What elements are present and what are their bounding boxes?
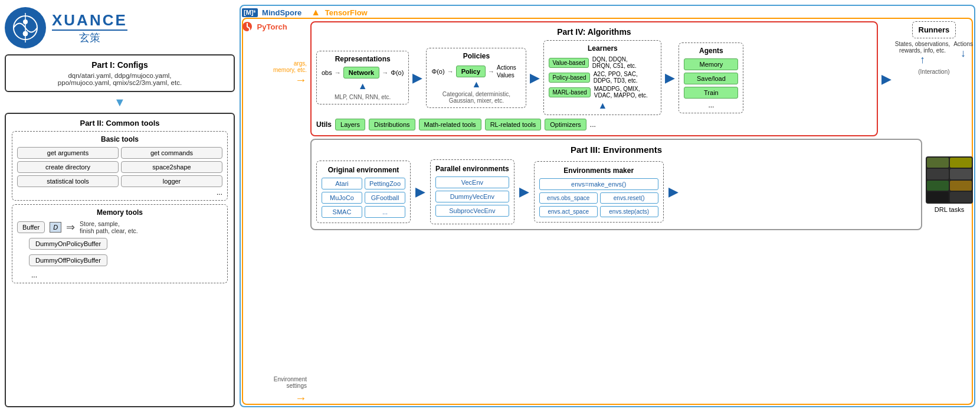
- states-actions-connector: States, observations,rewards, info, etc.…: [895, 41, 973, 66]
- env-pettingzoo: PettingZoo: [365, 178, 405, 189]
- memory-tools-title: Memory tools: [17, 208, 222, 217]
- part1-content: dqn/atari.yaml, ddpg/mujoco.yaml, ppo/mu…: [12, 72, 228, 86]
- policies-box: Policies Φ(o) → Policy → ActionsValues ▲: [426, 48, 526, 108]
- obs-label: obs: [322, 69, 332, 76]
- utils-label: Utils: [316, 120, 332, 129]
- value-based-badge: Value-based: [549, 58, 588, 68]
- repr-note: MLP, CNN, RNN, etc.: [322, 94, 404, 100]
- memory-tools-box: Memory tools Buffer D ⇒ Store, sample,fi…: [12, 204, 228, 283]
- network-up-arrow: ▲: [322, 81, 404, 91]
- learner-marl-based: MARL-based MADDPG, QMIX,VDAC, MAPPO, etc…: [549, 86, 656, 99]
- tensorflow-label: ▲ TensorFlow: [311, 7, 367, 18]
- actions-values: ActionsValues: [497, 64, 516, 79]
- env-vecenv: VecEnv: [435, 176, 509, 188]
- states-col: States, observations,rewards, info, etc.…: [895, 41, 950, 66]
- actions-col: Actions ↓: [953, 41, 973, 60]
- value-based-desc: DQN, DDQN,DRQN, C51, etc.: [592, 56, 637, 69]
- env-dummyvecenv: DummyVecEnv: [435, 191, 509, 202]
- network-box: Network: [343, 67, 379, 79]
- marl-based-badge: MARL-based: [549, 87, 590, 97]
- policy-box: Policy: [456, 66, 486, 77]
- phi-input: Φ(o): [431, 68, 444, 75]
- policy-flow: Φ(o) → Policy → ActionsValues: [431, 64, 521, 79]
- env-settings-arrow: →: [242, 391, 307, 405]
- utils-dots: ...: [590, 120, 596, 129]
- basic-tools-box: Basic tools get arguments get commands c…: [12, 131, 228, 201]
- logo-area: XUANCE 玄策: [5, 5, 235, 51]
- tool-get-arguments: get arguments: [17, 147, 119, 159]
- part2-title: Part II: Common tools: [12, 119, 228, 127]
- make-envs-cmd: envs=make_envs(): [539, 178, 658, 190]
- repr-policies-learners-row: Representations obs → Network → Φ(o) ▲: [316, 40, 872, 115]
- buffer-label: Buffer: [17, 221, 45, 233]
- original-env-title: Original environment: [322, 166, 405, 174]
- memory-dots: ...: [29, 271, 222, 279]
- svg-point-4: [23, 31, 28, 36]
- env-smac: SMAC: [322, 206, 362, 218]
- main-container: XUANCE 玄策 Part I: Configs dqn/atari.yaml…: [0, 0, 980, 412]
- algo-to-runners-connector: ▶: [881, 21, 891, 136]
- env-dots: ...: [365, 206, 405, 218]
- drl-box: DRL tasks: [926, 139, 973, 230]
- parallel-to-maker-arrow: ▶: [519, 184, 529, 200]
- learner-value-based: Value-based DQN, DDQN,DRQN, C51, etc.: [549, 56, 656, 69]
- learners-up-arrow: ▲: [549, 100, 656, 111]
- learners-to-agents-arrow: ▶: [665, 70, 675, 86]
- basic-tools-title: Basic tools: [17, 135, 222, 143]
- logo-text: XUANCE 玄策: [52, 11, 127, 45]
- svg-point-3: [23, 19, 28, 24]
- env-maker-box: Environments maker envs=make_envs() envs…: [534, 161, 664, 223]
- env-settings-label: Environmentsettings: [242, 376, 307, 389]
- tool-space2shape: space2shape: [121, 161, 222, 173]
- phi-output: Φ(o): [391, 69, 404, 76]
- marl-based-desc: MADDPG, QMIX,VDAC, MAPPO, etc.: [594, 86, 648, 99]
- original-env-grid: Atari PettingZoo MuJoCo GFootball SMAC .…: [322, 178, 405, 218]
- algo-runners-arrow: ▶: [881, 71, 891, 87]
- algorithms-box: Part IV: Algorithms Representations obs: [310, 21, 878, 136]
- dummy-off-policy: DummyOffPolicyBuffer: [29, 254, 107, 266]
- agent-train: Train: [684, 87, 738, 99]
- actions-label: Actions: [953, 41, 973, 47]
- tool-get-commands: get commands: [121, 147, 222, 159]
- runners-title: Runners: [919, 25, 950, 34]
- actions-arrow-down: ↓: [961, 47, 966, 60]
- mindspore-label: [M]ˢ MindSpore: [242, 8, 301, 17]
- agents-dots: ...: [684, 101, 738, 109]
- arrow-buffer: ⇒: [66, 221, 75, 234]
- arrow-part1-to-part2: ▼: [5, 96, 235, 109]
- drl-image: [926, 156, 973, 204]
- states-arrow-down: ↑: [920, 54, 925, 66]
- args-connector: args,memory, etc. →: [242, 37, 307, 374]
- utils-row: Utils Layers Distributions Math-related …: [316, 119, 872, 130]
- left-panel: XUANCE 玄策 Part I: Configs dqn/atari.yaml…: [5, 5, 235, 407]
- parallel-env-title: Parallel environments: [435, 165, 509, 173]
- runners-box: Runners: [912, 21, 956, 38]
- util-rl: RL-related tools: [485, 119, 542, 130]
- pytorch-side: PyTorch args,memory, etc. → Environments…: [242, 21, 307, 405]
- logo-subtitle: 玄策: [52, 31, 127, 45]
- bottom-env-row: Part III: Environments Original environm…: [310, 139, 973, 230]
- util-optimizers: Optimizers: [545, 119, 586, 130]
- maker-to-drl-arrow: ▶: [668, 184, 679, 200]
- util-distributions: Distributions: [369, 119, 415, 130]
- basic-tools-grid: get arguments get commands create direct…: [17, 147, 222, 187]
- states-label: States, observations,rewards, info, etc.: [895, 41, 950, 54]
- args-label: args,memory, etc.: [273, 60, 307, 73]
- policies-title: Policies: [431, 52, 521, 60]
- orig-to-parallel-arrow: ▶: [415, 184, 425, 200]
- framework-labels-row: [M]ˢ MindSpore ▲ TensorFlow: [242, 7, 973, 18]
- util-layers: Layers: [335, 119, 365, 130]
- parallel-env-box: Parallel environments VecEnv DummyVecEnv…: [430, 159, 514, 224]
- xuance-logo-icon: [5, 7, 46, 48]
- repr-to-policies-arrow: ▶: [412, 70, 422, 86]
- agents-box: Agents Memory Save/load Train ...: [679, 42, 743, 113]
- policies-note: Categorical, deterministic,Gaussian, mix…: [431, 91, 521, 104]
- right-wrapper: [M]ˢ MindSpore ▲ TensorFlow: [240, 5, 975, 407]
- tool-create-directory: create directory: [17, 161, 119, 173]
- repr-title: Representations: [322, 55, 404, 63]
- tool-logger: logger: [121, 175, 222, 187]
- env-mujoco: MuJoCo: [322, 192, 362, 204]
- envs-content-row: Original environment Atari PettingZoo Mu…: [316, 159, 916, 224]
- d-box: D: [50, 222, 61, 233]
- network-flow: obs → Network → Φ(o): [322, 67, 404, 79]
